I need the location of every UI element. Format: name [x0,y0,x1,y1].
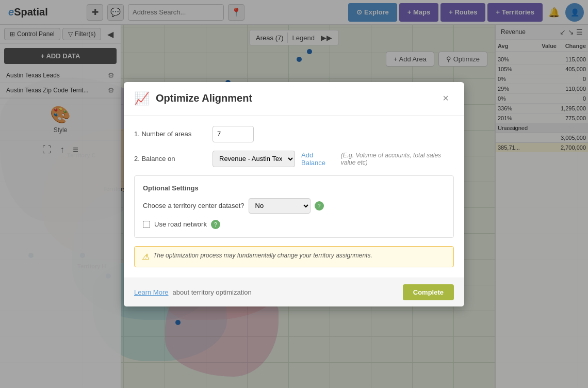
road-network-label: Use road network [154,220,207,228]
center-dataset-row: Choose a territory center dataset? No ? [143,198,445,214]
num-areas-row: 1. Number of areas [134,126,454,142]
balance-row: 2. Balance on Revenue - Austin Texa Add … [134,151,454,167]
balance-hint: (E.g. Volume of accounts, total sales va… [341,152,454,166]
dialog-trending-icon: 📈 [134,91,150,106]
dialog-overlay: 📈 Optimize Alignment × 1. Number of area… [0,0,588,388]
num-areas-input[interactable] [213,126,254,142]
dialog-title: Optimize Alignment [156,92,431,104]
road-network-row: Use road network ? [143,220,445,229]
center-dataset-help-icon[interactable]: ? [315,201,324,211]
optional-settings-title: Optional Settings [143,184,445,192]
road-network-help-icon[interactable]: ? [211,220,220,229]
learn-more-link[interactable]: Learn More [134,288,168,296]
num-areas-label: 1. Number of areas [134,130,206,138]
dialog-body: 1. Number of areas 2. Balance on Revenue… [124,116,464,278]
balance-label: 2. Balance on [134,155,206,163]
optional-settings-section: Optional Settings Choose a territory cen… [134,175,454,238]
optimize-dialog: 📈 Optimize Alignment × 1. Number of area… [124,82,464,306]
add-balance-link[interactable]: Add Balance [301,151,335,167]
learn-more-suffix: about territory optimization [172,288,251,296]
warning-box: ⚠ The optimization process may fundament… [134,246,454,267]
center-dataset-label: Choose a territory center dataset? [143,202,244,209]
complete-button[interactable]: Complete [403,284,454,300]
dialog-footer: Learn More about territory optimization … [124,278,464,306]
warning-text: The optimization process may fundamental… [153,252,372,259]
balance-select[interactable]: Revenue - Austin Texa [213,151,295,167]
dialog-header: 📈 Optimize Alignment × [124,82,464,116]
warning-icon: ⚠ [142,252,149,262]
center-dataset-select[interactable]: No [249,198,311,214]
road-network-checkbox[interactable] [143,221,150,228]
dialog-close-button[interactable]: × [437,90,454,107]
